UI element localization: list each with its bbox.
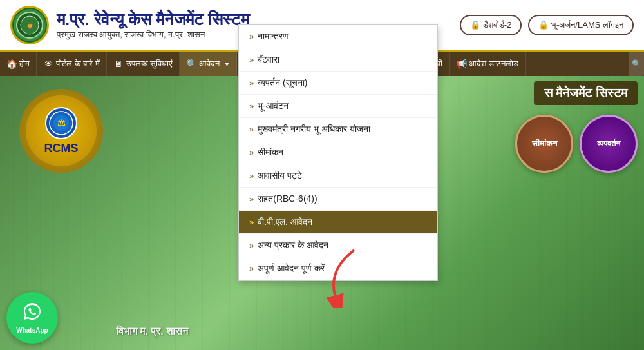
nav-download[interactable]: 📢 आदेश डाउनलोड <box>450 52 526 76</box>
service-cards: सीमांकन व्यपवर्तन <box>515 115 644 173</box>
dropdown-awaasiy[interactable]: » आवासीय पट्टे <box>239 164 437 188</box>
svg-text:⚖: ⚖ <box>57 118 66 128</box>
vyapvartan-card: व्यपवर्तन <box>580 115 638 173</box>
arrow-icon: » <box>249 101 254 111</box>
nav-download-label: आदेश डाउनलोड <box>469 59 518 69</box>
nav-services[interactable]: 🖥 उपलब्ध सुविधाएं <box>107 52 180 76</box>
dropdown-any-label: अन्य प्रकार के आवेदन <box>258 240 328 251</box>
main-title-card: स मैनेजमेंट सिस्टम <box>534 81 638 105</box>
arrow-icon: » <box>249 55 254 64</box>
app-subtitle: प्रमुख राजस्व आयुक्त, राजस्व विभाग, म.प्… <box>57 30 249 40</box>
monitor-icon: 🖥 <box>113 59 124 69</box>
rcms-logo: ⚖ RCMS <box>19 89 103 173</box>
arrow-icon: » <box>249 171 254 180</box>
whatsapp-icon <box>23 302 42 326</box>
arrow-icon: » <box>249 194 254 204</box>
dropdown-bhu-aavatan[interactable]: » भू-आवंटन <box>239 95 437 118</box>
dropdown-bantawara[interactable]: » बँटवारा <box>239 48 437 72</box>
dropdown-namantran-label: नामान्तरण <box>258 31 289 42</box>
dropdown-bpl[interactable]: » बी.पी.एल. आवेदन <box>239 211 437 234</box>
dropdown-seeamkan[interactable]: » सीमांकन <box>239 141 437 164</box>
dropdown-awaasiy-label: आवासीय पट्टे <box>258 170 302 181</box>
download-icon: 📢 <box>456 59 466 69</box>
dashboard-button[interactable]: 🔒 डैशबोर्ड-2 <box>460 15 522 35</box>
vyapvartan-card-label: व्यपवर्तन <box>597 139 620 149</box>
nav-services-label: उपलब्ध सुविधाएं <box>126 59 173 69</box>
dropdown-bpl-label: बी.पी.एल. आवेदन <box>258 217 312 228</box>
rcms-text: RCMS <box>44 142 79 155</box>
dropdown-vyapartan[interactable]: » व्यपर्तन (सूचना) <box>239 72 437 95</box>
whatsapp-button[interactable]: WhatsApp <box>6 292 58 344</box>
arrow-icon: » <box>249 148 254 157</box>
login-button[interactable]: 🔒 भू-अर्जन/LAMS लॉगइन <box>528 15 634 35</box>
bottom-text: विभाग म. प्र. शासन <box>116 326 188 337</box>
logo-inner: 🦁 <box>14 9 46 41</box>
dropdown-mukhyamantri-label: मुख्यमंत्री नगरीय भू अधिकार योजना <box>258 124 370 135</box>
whatsapp-label: WhatsApp <box>16 327 48 334</box>
nav-about[interactable]: 👁 पोर्टल के बारे में <box>37 52 107 76</box>
seeamkan-card: सीमांकन <box>515 115 573 173</box>
application-dropdown: » नामान्तरण » बँटवारा » व्यपर्तन (सूचना)… <box>238 24 438 281</box>
dropdown-namantran[interactable]: » नामान्तरण <box>239 25 437 48</box>
rcms-inner-circle: ⚖ RCMS <box>26 95 97 166</box>
dropdown-apurn[interactable]: » अपूर्ण आवेदन पूर्ण करें <box>239 257 437 280</box>
dropdown-bantawara-label: बँटवारा <box>258 54 279 65</box>
search-icon: 🔍 <box>186 59 196 69</box>
dropdown-apurn-label: अपूर्ण आवेदन पूर्ण करें <box>258 263 325 274</box>
header-title: म.प्र. रेवेन्यू केस मैनेजमेंट सिस्टम प्र… <box>57 10 249 40</box>
arrow-icon: » <box>249 78 254 88</box>
dropdown-vyapartan-label: व्यपर्तन (सूचना) <box>258 77 307 88</box>
svg-text:🦁: 🦁 <box>26 23 34 30</box>
seeamkan-card-label: सीमांकन <box>532 139 557 149</box>
nav-about-label: पोर्टल के बारे में <box>56 59 100 69</box>
app-title: म.प्र. रेवेन्यू केस मैनेजमेंट सिस्टम <box>57 10 249 30</box>
dropdown-bhu-label: भू-आवंटन <box>258 101 289 112</box>
header-left: 🦁 म.प्र. रेवेन्यू केस मैनेजमेंट सिस्टम प… <box>10 6 249 44</box>
dropdown-seeamkan-label: सीमांकन <box>258 147 283 158</box>
nav-application[interactable]: 🔍 आवेदन ▼ <box>180 52 237 76</box>
nav-application-label: आवेदन <box>199 59 220 69</box>
logo-circle: 🦁 <box>10 6 49 44</box>
rcms-emblem: ⚖ <box>45 107 77 139</box>
dropdown-rahat[interactable]: » राहत(RBC-6(4)) <box>239 188 437 211</box>
main-title-text: स मैनेजमेंट सिस्टम <box>544 86 627 100</box>
nav-search-button[interactable]: 🔍 <box>629 52 644 76</box>
dropdown-arrow-icon: ▼ <box>223 61 230 68</box>
home-icon: 🏠 <box>6 59 17 69</box>
arrow-icon: » <box>249 124 254 134</box>
dropdown-rahat-label: राहत(RBC-6(4)) <box>258 193 317 204</box>
dropdown-mukhyamantri[interactable]: » मुख्यमंत्री नगरीय भू अधिकार योजना <box>239 118 437 141</box>
arrow-icon: » <box>249 264 254 273</box>
arrow-icon: » <box>249 217 254 227</box>
dropdown-any[interactable]: » अन्य प्रकार के आवेदन <box>239 234 437 257</box>
rcms-outer-circle: ⚖ RCMS <box>19 89 103 173</box>
nav-home[interactable]: 🏠 होम <box>0 52 37 76</box>
arrow-icon: » <box>249 32 254 41</box>
nav-home-label: होम <box>19 59 30 69</box>
header-buttons: 🔒 डैशबोर्ड-2 🔒 भू-अर्जन/LAMS लॉगइन <box>460 15 634 35</box>
arrow-icon: » <box>249 240 254 250</box>
eye-icon: 👁 <box>43 59 53 69</box>
bottom-text-label: विभाग म. प्र. शासन <box>116 326 188 336</box>
